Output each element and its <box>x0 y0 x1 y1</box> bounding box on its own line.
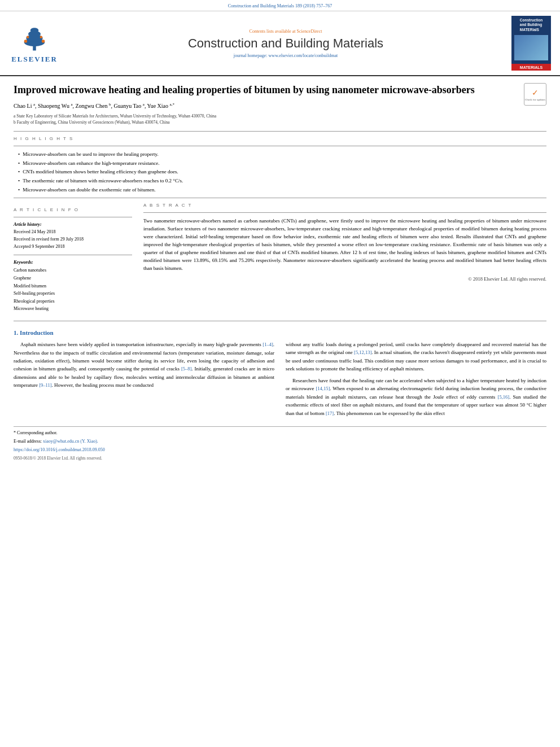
keywords-divider <box>14 255 132 255</box>
article-info-inner-divider <box>14 217 132 217</box>
intro-para-1: Asphalt mixtures have been widely applie… <box>14 340 274 390</box>
article-history-label: Article history: <box>14 222 132 227</box>
article-title-section: ✓ Check for updates Improved microwave h… <box>14 83 546 97</box>
intro-para-2: without any traffic loads during a prolo… <box>286 340 546 373</box>
article-info-divider <box>14 198 546 198</box>
affiliation-a: a State Key Laboratory of Silicate Mater… <box>14 113 216 119</box>
article-title: Improved microwave heating and healing p… <box>14 83 546 97</box>
highlights-list: Microwave-absorbers can be used to impro… <box>14 151 546 193</box>
received-date: Received 24 May 2018 <box>14 229 132 236</box>
cover-placeholder-image <box>514 35 548 60</box>
keyword-5: Rheological properties <box>14 298 132 305</box>
check-updates-label: Check for updates <box>525 98 545 101</box>
introduction-col-right: without any traffic loads during a prolo… <box>286 340 546 421</box>
authors-line: Chao Li a, Shaopeng Wu a, Zongwu Chen b,… <box>14 102 546 109</box>
introduction-text-right: without any traffic loads during a prolo… <box>286 340 546 417</box>
journal-header-middle: Contents lists available at ScienceDirec… <box>60 29 511 58</box>
footnote-email-address[interactable]: xiaoy@whut.edu.cn (Y. Xiao). <box>43 439 98 444</box>
svg-point-6 <box>42 40 45 43</box>
abstract-divider <box>143 212 546 213</box>
keyword-3: Modified bitumen <box>14 282 132 290</box>
footnote-email: E-mail address: xiaoy@whut.edu.cn (Y. Xi… <box>14 438 546 445</box>
keywords-label: Keywords: <box>14 260 132 265</box>
elsevier-brand-text: ELSEVIER <box>11 55 58 64</box>
journal-cover-image: Construction and Building MATERialS MATE… <box>511 16 551 71</box>
check-for-updates-badge: ✓ Check for updates <box>524 83 546 106</box>
journal-reference-bar: Construction and Building Materials 189 … <box>0 0 560 11</box>
keywords-list: Carbon nanotubes Graphene Modified bitum… <box>14 267 132 313</box>
journal-title: Construction and Building Materials <box>65 36 506 51</box>
introduction-section: 1. Introduction Asphalt mixtures have be… <box>14 329 546 462</box>
homepage-url[interactable]: www.elsevier.com/locate/conbuildmat <box>269 53 338 58</box>
cover-red-strip: MATERIALS <box>511 64 551 71</box>
abstract-label: A B S T R A C T <box>143 203 546 208</box>
introduction-top-divider <box>14 321 546 321</box>
highlights-divider-bottom <box>14 146 546 146</box>
highlight-item-4: The exothermic rate of bitumen with micr… <box>18 177 546 185</box>
check-updates-icon: ✓ <box>532 88 539 98</box>
main-content-area: ✓ Check for updates Improved microwave h… <box>0 76 560 470</box>
affiliation-b: b Faculty of Engineering, China Universi… <box>14 120 170 125</box>
journal-homepage: journal homepage: www.elsevier.com/locat… <box>65 53 506 58</box>
keyword-1: Carbon nanotubes <box>14 267 132 274</box>
highlights-label: H I G H L I G H T S <box>14 136 546 141</box>
journal-reference-text: Construction and Building Materials 189 … <box>228 3 332 8</box>
introduction-col-left: Asphalt mixtures have been widely applie… <box>14 340 274 421</box>
highlight-item-2: Microwave-absorbers can enhance the high… <box>18 160 546 167</box>
article-info-label: A R T I C L E I N F O <box>14 207 132 212</box>
highlight-item-3: CNTs modified bitumen shows better heali… <box>18 168 546 176</box>
elsevier-logo: ELSEVIER <box>9 23 60 64</box>
affiliations: a State Key Laboratory of Silicate Mater… <box>14 113 546 126</box>
doi-url[interactable]: https://doi.org/10.1016/j.conbuildmat.20… <box>14 447 105 452</box>
cover-box: Construction and Building MATERialS <box>511 16 551 64</box>
introduction-text-left: Asphalt mixtures have been widely applie… <box>14 340 274 390</box>
article-info-column: A R T I C L E I N F O Article history: R… <box>14 203 132 313</box>
introduction-body-columns: Asphalt mixtures have been widely applie… <box>14 340 546 421</box>
journal-header: ELSEVIER Contents lists available at Sci… <box>0 11 560 76</box>
introduction-heading: 1. Introduction <box>14 329 546 336</box>
keyword-6: Microwave heating <box>14 305 132 313</box>
copyright-notice: © 2018 Elsevier Ltd. All rights reserved… <box>143 276 546 282</box>
intro-para-3: Researchers have found that the healing … <box>286 377 546 418</box>
article-history-dates: Received 24 May 2018 Received in revised… <box>14 229 132 250</box>
received-revised-date: Received in revised form 29 July 2018 <box>14 236 132 243</box>
highlights-divider-top <box>14 131 546 132</box>
svg-point-8 <box>40 36 43 38</box>
svg-point-4 <box>30 28 39 33</box>
cover-title: Construction and Building MATERialS <box>520 18 542 32</box>
abstract-column: A B S T R A C T Two nanometer microwave-… <box>143 203 546 313</box>
highlight-item-1: Microwave-absorbers can be used to impro… <box>18 151 546 158</box>
footnote-section: * Corresponding author. E-mail address: … <box>14 426 546 461</box>
accepted-date: Accepted 9 September 2018 <box>14 243 132 251</box>
svg-point-5 <box>24 40 28 43</box>
sciencedirect-label: Contents lists available at ScienceDirec… <box>65 29 506 34</box>
keyword-4: Self-healing properties <box>14 290 132 298</box>
issn-copyright: 0950-0618/© 2018 Elsevier Ltd. All right… <box>14 455 546 461</box>
article-info-abstract-section: A R T I C L E I N F O Article history: R… <box>14 203 546 313</box>
svg-point-7 <box>27 36 29 38</box>
elsevier-tree-icon <box>15 23 54 54</box>
abstract-text: Two nanometer microwave-absorbers named … <box>143 217 546 273</box>
footnote-corresponding: * Corresponding author. <box>14 430 546 436</box>
keywords-section: Keywords: Carbon nanotubes Graphene Modi… <box>14 260 132 313</box>
sciencedirect-link-text[interactable]: ScienceDirect <box>297 29 322 34</box>
keyword-2: Graphene <box>14 274 132 282</box>
highlight-item-5: Microwave-absorbers can double the exoth… <box>18 186 546 194</box>
doi-link: https://doi.org/10.1016/j.conbuildmat.20… <box>14 447 546 453</box>
